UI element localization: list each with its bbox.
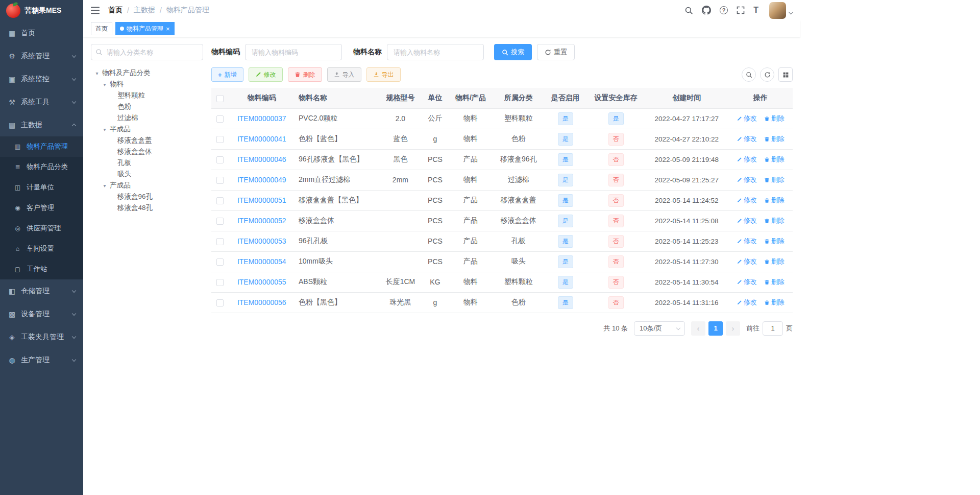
warehouse-icon: ◧ xyxy=(8,287,16,295)
tree-node-leaf[interactable]: 吸头 xyxy=(91,169,203,180)
row-checkbox[interactable] xyxy=(216,136,224,143)
sidebar-item-warehouse-management[interactable]: ◧ 仓储管理 xyxy=(0,279,83,302)
row-delete-link[interactable]: 删除 xyxy=(764,155,785,164)
tab-material-product-management[interactable]: 物料产品管理 × xyxy=(115,22,175,35)
category-search-input[interactable] xyxy=(91,44,203,60)
tree-node-label: 塑料颗粒 xyxy=(117,91,145,100)
search-button[interactable]: 搜索 xyxy=(494,44,532,60)
delete-button[interactable]: 删除 xyxy=(288,67,322,82)
row-checkbox[interactable] xyxy=(216,299,224,307)
sidebar-item-master-data[interactable]: ▤ 主数据 xyxy=(0,113,83,136)
font-size-icon[interactable]: T xyxy=(753,6,758,15)
tree-node-leaf[interactable]: 塑料颗粒 xyxy=(91,90,203,101)
sidebar-item-supplier-management[interactable]: ◎ 供应商管理 xyxy=(0,218,83,239)
prev-page-button[interactable]: ‹ xyxy=(691,321,705,336)
tree-node-semi-finished[interactable]: ▾ 半成品 xyxy=(91,124,203,135)
tree-node-leaf[interactable]: 移液盒48孔 xyxy=(91,202,203,214)
row-checkbox[interactable] xyxy=(216,258,224,266)
tree-node-finished[interactable]: ▾ 产成品 xyxy=(91,180,203,191)
tab-home[interactable]: 首页 xyxy=(91,22,112,35)
close-icon[interactable]: × xyxy=(166,26,170,32)
row-checkbox[interactable] xyxy=(216,218,224,225)
github-icon[interactable] xyxy=(702,6,711,15)
row-checkbox[interactable] xyxy=(216,156,224,163)
hamburger-icon[interactable] xyxy=(91,7,100,14)
row-delete-link[interactable]: 删除 xyxy=(764,298,785,307)
tree-node-leaf[interactable]: 孔板 xyxy=(91,157,203,169)
sidebar-item-workshop-settings[interactable]: ⌂ 车间设置 xyxy=(0,239,83,259)
sidebar-item-fixture-management[interactable]: ◈ 工装夹具管理 xyxy=(0,325,83,348)
tree-node-leaf[interactable]: 移液盒盒体 xyxy=(91,146,203,157)
material-code-input[interactable] xyxy=(245,44,342,60)
import-button[interactable]: 导入 xyxy=(327,67,361,82)
select-all-checkbox[interactable] xyxy=(216,95,224,102)
row-checkbox[interactable] xyxy=(216,177,224,184)
row-delete-link[interactable]: 删除 xyxy=(764,175,785,184)
row-delete-link[interactable]: 删除 xyxy=(764,134,785,144)
main-container: 首页 / 主数据 / 物料产品管理 ? T xyxy=(83,0,800,495)
row-edit-link[interactable]: 修改 xyxy=(737,298,757,307)
sidebar-item-system-monitor[interactable]: ▣ 系统监控 xyxy=(0,67,83,90)
tree-node-label: 色粉 xyxy=(117,102,131,111)
column-settings-icon[interactable] xyxy=(778,67,793,82)
tree-node-leaf[interactable]: 过滤棉 xyxy=(91,112,203,124)
refresh-icon[interactable] xyxy=(760,67,774,82)
tree-node-label: 产成品 xyxy=(110,181,131,190)
row-edit-link[interactable]: 修改 xyxy=(737,134,757,144)
row-delete-link[interactable]: 删除 xyxy=(764,196,785,205)
sidebar-item-home[interactable]: ▦ 首页 xyxy=(0,21,83,44)
tree-node-leaf[interactable]: 移液盒盒盖 xyxy=(91,135,203,146)
search-icon[interactable] xyxy=(684,6,693,15)
sidebar-item-system-management[interactable]: ⚙ 系统管理 xyxy=(0,44,83,67)
row-delete-link[interactable]: 删除 xyxy=(764,277,785,287)
sidebar-item-production-management[interactable]: ◍ 生产管理 xyxy=(0,348,83,371)
row-delete-link[interactable]: 删除 xyxy=(764,114,785,123)
next-page-button[interactable]: › xyxy=(726,321,740,336)
row-checkbox[interactable] xyxy=(216,197,224,204)
row-edit-link[interactable]: 修改 xyxy=(737,277,757,287)
breadcrumb: 首页 / 主数据 / 物料产品管理 xyxy=(108,6,209,15)
page-size-select[interactable]: 10条/页 xyxy=(634,321,685,336)
export-button[interactable]: 导出 xyxy=(366,67,401,82)
row-edit-link[interactable]: 修改 xyxy=(737,237,757,246)
tree-node-material[interactable]: ▾ 物料 xyxy=(91,79,203,90)
row-edit-link[interactable]: 修改 xyxy=(737,216,757,225)
tree-node-root[interactable]: ▾ 物料及产品分类 xyxy=(91,67,203,79)
row-delete-link[interactable]: 删除 xyxy=(764,257,785,266)
tree-node-leaf[interactable]: 色粉 xyxy=(91,101,203,112)
table-row: ITEM00000037 PVC2.0颗粒 2.0 公斤 物料 塑料颗粒 是 是… xyxy=(211,108,793,129)
page-number-button[interactable]: 1 xyxy=(708,321,723,336)
sidebar-item-system-tools[interactable]: ⚒ 系统工具 xyxy=(0,90,83,113)
row-edit-link[interactable]: 修改 xyxy=(737,257,757,266)
logo[interactable]: 苦糖果MES xyxy=(0,0,83,21)
sidebar-item-measurement-unit[interactable]: ◫ 计量单位 xyxy=(0,177,83,198)
sidebar-item-material-product-management[interactable]: ▥ 物料产品管理 xyxy=(0,136,83,157)
sidebar-item-workstation[interactable]: ▢ 工作站 xyxy=(0,259,83,279)
sidebar-item-customer-management[interactable]: ◉ 客户管理 xyxy=(0,198,83,218)
fullscreen-icon[interactable] xyxy=(737,6,745,14)
row-delete-link[interactable]: 删除 xyxy=(764,216,785,225)
row-checkbox[interactable] xyxy=(216,115,224,123)
add-button[interactable]: + 新增 xyxy=(211,67,243,82)
reset-button[interactable]: 重置 xyxy=(537,44,575,60)
goto-page-input[interactable] xyxy=(763,321,783,336)
edit-button[interactable]: 修改 xyxy=(249,67,283,82)
user-avatar[interactable] xyxy=(769,2,793,19)
sidebar-item-material-product-category[interactable]: ≣ 物料产品分类 xyxy=(0,157,83,177)
tree-node-leaf[interactable]: 移液盒96孔 xyxy=(91,191,203,202)
row-edit-link[interactable]: 修改 xyxy=(737,175,757,184)
breadcrumb-master-data[interactable]: 主数据 xyxy=(134,6,155,15)
row-checkbox[interactable] xyxy=(216,279,224,286)
workstation-icon: ▢ xyxy=(13,266,22,273)
breadcrumb-home[interactable]: 首页 xyxy=(108,6,122,15)
row-edit-link[interactable]: 修改 xyxy=(737,114,757,123)
row-edit-link[interactable]: 修改 xyxy=(737,155,757,164)
material-name-input[interactable] xyxy=(387,44,484,60)
toggle-search-icon[interactable] xyxy=(742,67,756,82)
row-delete-link[interactable]: 删除 xyxy=(764,237,785,246)
sidebar-item-equipment-management[interactable]: ▩ 设备管理 xyxy=(0,302,83,325)
row-checkbox[interactable] xyxy=(216,238,224,245)
created-time-cell: 2022-05-09 21:19:48 xyxy=(645,149,728,170)
row-edit-link[interactable]: 修改 xyxy=(737,196,757,205)
help-icon[interactable]: ? xyxy=(720,6,728,14)
